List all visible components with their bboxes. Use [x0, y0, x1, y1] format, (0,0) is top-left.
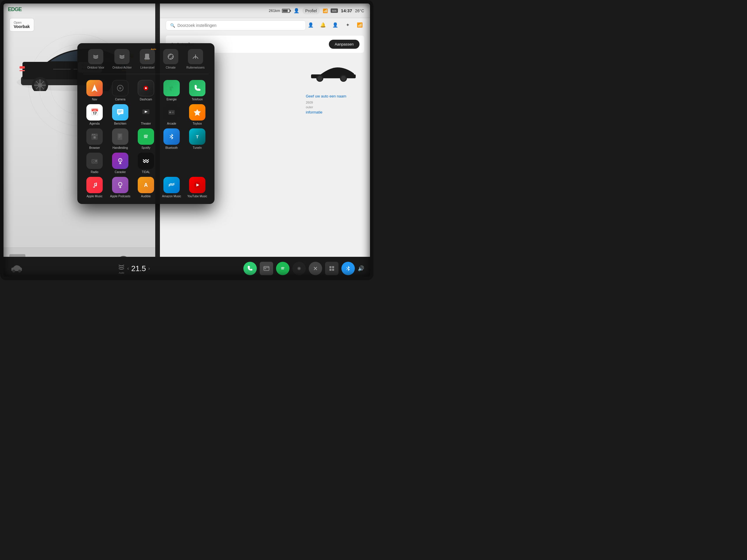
- card-taskbar-icon[interactable]: [260, 262, 273, 275]
- bluetooth-app-icon: [163, 128, 180, 145]
- climate-ctrl[interactable]: Climate: [163, 49, 178, 69]
- quick-controls: Ontdooi Voor Ontdooi Achter: [83, 49, 209, 74]
- search-icon: 🔍: [170, 23, 175, 28]
- berichten-icon: [112, 104, 128, 121]
- tunein-icon: Ti: [189, 128, 205, 145]
- temp-control: ‹ 21.5 ›: [127, 264, 150, 273]
- user-icon: 👤: [293, 8, 300, 14]
- search-input[interactable]: [177, 23, 302, 28]
- profile-button[interactable]: Profiel: [302, 7, 320, 14]
- person-icon[interactable]: 👤: [331, 20, 340, 29]
- app-telefoon[interactable]: Telefoon: [186, 80, 209, 101]
- open-voorbak-btn[interactable]: Open Voorbak: [9, 18, 34, 31]
- svg-point-88: [18, 270, 21, 273]
- youtube-music-icon: [189, 177, 205, 193]
- app-berichten[interactable]: Berichten: [109, 104, 132, 126]
- profile-icon-small[interactable]: 👤: [306, 20, 315, 29]
- svg-marker-55: [194, 109, 201, 116]
- svg-point-94: [298, 268, 300, 269]
- radio-label: Radio: [91, 171, 98, 174]
- app-radio[interactable]: Radio: [83, 153, 106, 174]
- app-camera[interactable]: Camera: [109, 80, 132, 101]
- search-bar[interactable]: 🔍: [166, 20, 306, 30]
- app-caraoke[interactable]: Caraoke: [109, 153, 132, 174]
- tesla-screen: EDGE Open Voorbak 🔓: [0, 0, 374, 280]
- climate-icon: [163, 49, 178, 64]
- aanpassen-button[interactable]: Aanpassen: [329, 40, 360, 49]
- svg-rect-91: [264, 269, 266, 269]
- time-display: 14:37: [341, 8, 352, 13]
- app-amazon-music[interactable]: Amazon Music: [160, 177, 183, 198]
- app-arcade[interactable]: Arcade: [160, 104, 183, 126]
- camera-label: Camera: [115, 98, 126, 101]
- app-handleiding[interactable]: Handleiding: [109, 128, 132, 150]
- svg-rect-61: [118, 133, 122, 140]
- svg-rect-53: [172, 112, 174, 113]
- bluetooth-icon[interactable]: ✦: [343, 20, 352, 29]
- temp-arrow-right[interactable]: ›: [148, 266, 150, 271]
- battery-fill: [283, 10, 288, 12]
- spotify-taskbar-icon[interactable]: [276, 262, 289, 275]
- heat-vent-icon[interactable]: Auto: [117, 263, 126, 274]
- app-row-3: ⊞ Browser Handleiding Spotify: [83, 128, 209, 150]
- app-agenda[interactable]: 📅 Agenda: [83, 104, 106, 126]
- close-taskbar-icon[interactable]: [309, 262, 322, 275]
- apple-podcasts-icon: [112, 177, 128, 193]
- ruitenwissers-ctrl[interactable]: Ruitenwissers: [186, 49, 205, 69]
- app-spotify[interactable]: Spotify: [134, 128, 157, 150]
- app-dashcam[interactable]: Dashcam: [134, 80, 157, 101]
- grid-taskbar-icon[interactable]: [325, 262, 338, 275]
- bell-icon[interactable]: 🔔: [319, 20, 327, 29]
- ruitenwissers-label: Ruitenwissers: [186, 66, 205, 69]
- audible-icon: A: [138, 177, 154, 193]
- info-link[interactable]: informatie: [306, 110, 364, 114]
- linkerstoel-ctrl[interactable]: Auto Auto Linkerstoel: [140, 49, 155, 69]
- phone-taskbar-icon[interactable]: [243, 262, 257, 275]
- svg-point-26: [317, 76, 323, 81]
- taskbar-right: 🔊: [243, 262, 364, 275]
- svg-line-38: [172, 57, 173, 58]
- tidal-icon: [138, 153, 154, 169]
- app-apple-podcasts[interactable]: Apple Podcasts: [109, 177, 132, 198]
- tidal-label: TIDAL: [142, 171, 150, 174]
- svg-point-92: [280, 266, 285, 271]
- car-icon-btn[interactable]: [9, 263, 24, 274]
- app-browser[interactable]: ⊞ Browser: [83, 128, 106, 150]
- app-toybox[interactable]: Toybox: [186, 104, 209, 126]
- app-audible[interactable]: A Audible: [134, 177, 157, 198]
- app-row-2: 📅 Agenda Berichten Theater Ar: [83, 104, 209, 126]
- svg-point-74: [93, 161, 94, 162]
- temperature-display: 21.5: [131, 264, 146, 273]
- svg-point-28: [341, 76, 346, 81]
- arcade-icon: [163, 104, 180, 121]
- wifi-settings-icon[interactable]: 📶: [355, 20, 364, 29]
- battery-info: 261km: [269, 8, 290, 13]
- amazon-music-label: Amazon Music: [162, 195, 181, 198]
- temp-arrow-left[interactable]: ‹: [127, 266, 129, 271]
- temp-display: 26°C: [355, 8, 364, 13]
- agenda-icon: 📅: [86, 104, 103, 121]
- svg-rect-45: [117, 109, 123, 114]
- svg-rect-59: [94, 134, 95, 135]
- svg-rect-89: [264, 266, 269, 271]
- app-launcher: Ontdooi Voor Ontdooi Achter: [77, 43, 214, 204]
- radio-icon: [86, 153, 103, 169]
- linkerstoel-icon: Auto Auto: [140, 49, 155, 64]
- ontdooi-achter-ctrl[interactable]: Ontdooi Achter: [112, 49, 132, 69]
- app-nav[interactable]: Nav: [83, 80, 106, 101]
- app-youtube-music[interactable]: YouTube Music: [186, 177, 209, 198]
- bluetooth-taskbar-icon[interactable]: [341, 262, 355, 275]
- volume-control[interactable]: 🔊: [358, 265, 364, 272]
- car-name-link[interactable]: Geef uw auto een naam: [306, 94, 364, 98]
- app-tunein[interactable]: Ti TuneIn: [186, 128, 209, 150]
- app-theater[interactable]: Theater: [134, 104, 157, 126]
- voorbak-label-large: Voorbak: [14, 24, 30, 29]
- ontdooi-voor-ctrl[interactable]: Ontdooi Voor: [87, 49, 104, 69]
- app-bluetooth[interactable]: Bluetooth: [160, 128, 183, 150]
- app-tidal[interactable]: TIDAL: [134, 153, 157, 174]
- app-row-4: Radio Caraoke TIDAL: [83, 153, 209, 174]
- dot-taskbar-icon[interactable]: [292, 262, 306, 275]
- app-energie[interactable]: Energie: [160, 80, 183, 101]
- ontdooi-voor-label: Ontdooi Voor: [87, 66, 104, 69]
- app-apple-music[interactable]: Apple Music: [83, 177, 106, 198]
